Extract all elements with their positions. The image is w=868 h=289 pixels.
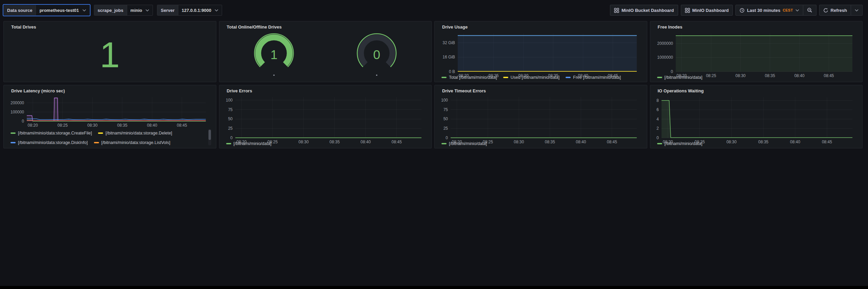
offline-drives-gauge: 0 bbox=[325, 31, 428, 80]
svg-text:08:40: 08:40 bbox=[147, 123, 157, 128]
chevron-down-icon bbox=[855, 9, 859, 12]
svg-text:08:45: 08:45 bbox=[822, 140, 832, 144]
panel-title[interactable]: IO Operations Waiting bbox=[654, 87, 859, 95]
svg-text:08:25: 08:25 bbox=[267, 140, 277, 144]
panel-title[interactable]: Free Inodes bbox=[654, 23, 859, 31]
svg-text:100000: 100000 bbox=[11, 110, 24, 114]
svg-text:100: 100 bbox=[225, 98, 232, 103]
zoom-out-icon bbox=[807, 7, 812, 13]
svg-text:08:45: 08:45 bbox=[607, 140, 617, 144]
svg-text:08:40: 08:40 bbox=[578, 73, 588, 78]
variable-server: Server 127.0.0.1:9000 bbox=[157, 5, 222, 16]
svg-text:08:40: 08:40 bbox=[360, 140, 371, 144]
panel-drive-timeout-errors: Drive Timeout Errors 08:2008:2508:3008:3… bbox=[434, 85, 647, 148]
panel-title[interactable]: Total Drives bbox=[7, 23, 213, 31]
free-inodes-chart[interactable]: 08:2008:2508:3008:3508:4008:450100000020… bbox=[654, 31, 859, 74]
time-range-picker[interactable]: Last 30 minutes CEST bbox=[735, 5, 803, 16]
svg-text:25: 25 bbox=[443, 126, 448, 131]
svg-text:16 GiB: 16 GiB bbox=[442, 55, 455, 59]
server-select[interactable]: 127.0.0.1:9000 bbox=[178, 5, 222, 15]
chevron-down-icon bbox=[215, 9, 218, 12]
svg-text:08:40: 08:40 bbox=[790, 140, 800, 144]
svg-text:08:45: 08:45 bbox=[824, 73, 834, 78]
svg-text:08:25: 08:25 bbox=[706, 73, 716, 78]
time-range-label: Last 30 minutes bbox=[747, 8, 780, 13]
svg-text:08:35: 08:35 bbox=[329, 140, 339, 144]
legend-series-label: [/bitnami/minio/data:storage.Delete] bbox=[105, 131, 172, 136]
svg-text:08:30: 08:30 bbox=[518, 73, 529, 78]
variable-data-source: Data source prometheus-test01 bbox=[3, 5, 90, 16]
drive-errors-chart[interactable]: 08:2008:2508:3008:3508:4008:450255075100 bbox=[223, 95, 428, 140]
refresh-interval-dropdown[interactable] bbox=[851, 5, 863, 16]
svg-text:08:20: 08:20 bbox=[236, 140, 246, 144]
io-operations-waiting-chart[interactable]: 08:2008:2508:3008:3508:4008:4502468 bbox=[654, 95, 859, 140]
svg-text:2000000: 2000000 bbox=[657, 41, 673, 46]
svg-text:08:35: 08:35 bbox=[545, 140, 555, 144]
svg-text:0: 0 bbox=[671, 69, 673, 74]
svg-text:0: 0 bbox=[656, 136, 659, 140]
drive-timeout-errors-chart[interactable]: 08:2008:2508:3008:3508:4008:450255075100 bbox=[438, 95, 644, 140]
svg-text:08:30: 08:30 bbox=[735, 73, 746, 78]
legend-series-label: [/bitnami/minio/data:storage.DiskInfo] bbox=[18, 140, 88, 145]
chevron-down-icon bbox=[82, 9, 86, 12]
minio-dashboard-link[interactable]: MinIO Dashboard bbox=[681, 5, 733, 16]
legend-item[interactable]: [/bitnami/minio/data:storage.CreateFile] bbox=[11, 129, 92, 137]
svg-text:08:40: 08:40 bbox=[794, 73, 804, 78]
svg-text:08:35: 08:35 bbox=[117, 123, 127, 128]
svg-text:08:20: 08:20 bbox=[452, 140, 462, 144]
svg-text:1: 1 bbox=[270, 48, 277, 62]
data-source-select[interactable]: prometheus-test01 bbox=[36, 5, 89, 15]
svg-text:08:40: 08:40 bbox=[576, 140, 586, 144]
toolbar-actions: MinIO Bucket Dashboard MinIO Dashboard L… bbox=[610, 5, 863, 16]
apps-icon bbox=[614, 8, 619, 13]
legend-item[interactable]: [/bitnami/minio/data:storage.ListVols] bbox=[94, 139, 171, 146]
legend-item[interactable]: [/bitnami/minio/data:storage.Delete] bbox=[98, 129, 172, 137]
svg-text:08:20: 08:20 bbox=[28, 123, 38, 128]
panel-title[interactable]: Total Online/Offline Drives bbox=[223, 23, 428, 31]
legend-series-label: [/bitnami/minio/data:storage.ListVols] bbox=[101, 140, 171, 145]
refresh-button[interactable]: Refresh bbox=[819, 5, 851, 16]
template-variables: Data source prometheus-test01 scrape_job… bbox=[3, 5, 222, 16]
svg-text:08:45: 08:45 bbox=[391, 140, 401, 144]
panel-title[interactable]: Drive Errors bbox=[223, 87, 428, 95]
drive-latency-legend: [/bitnami/minio/data:storage.CreateFile]… bbox=[7, 128, 213, 146]
variable-scrape-jobs: scrape_jobs minio bbox=[94, 5, 153, 16]
minio-bucket-dashboard-link[interactable]: MinIO Bucket Dashboard bbox=[610, 5, 678, 16]
chevron-down-icon bbox=[145, 9, 149, 12]
svg-text:2: 2 bbox=[656, 126, 659, 131]
panel-online-offline-drives: Total Online/Offline Drives 1 0 bbox=[219, 21, 432, 82]
online-drives-gauge: 1 bbox=[223, 31, 326, 80]
svg-text:32 GiB: 32 GiB bbox=[442, 40, 455, 45]
total-drives-value: 1 bbox=[7, 31, 213, 80]
panel-drive-latency: Drive Latency (micro sec) 08:2008:2508:3… bbox=[3, 85, 216, 148]
legend-scrollbar bbox=[208, 129, 211, 145]
svg-text:25: 25 bbox=[228, 126, 233, 131]
drive-usage-chart[interactable]: 08:2008:2508:3008:3508:4008:450 B16 GiB3… bbox=[438, 31, 644, 74]
svg-text:08:35: 08:35 bbox=[765, 73, 775, 78]
svg-text:100: 100 bbox=[441, 98, 448, 103]
svg-text:08:20: 08:20 bbox=[676, 73, 687, 78]
bottom-edge-strip bbox=[0, 286, 868, 289]
svg-text:08:25: 08:25 bbox=[58, 123, 68, 128]
drive-latency-chart[interactable]: 08:2008:2508:3008:3508:4008:450100000200… bbox=[7, 95, 213, 128]
panel-free-inodes: Free Inodes 08:2008:2508:3008:3508:4008:… bbox=[650, 21, 863, 82]
panel-title[interactable]: Drive Usage bbox=[438, 23, 644, 31]
panel-title[interactable]: Drive Latency (micro sec) bbox=[7, 87, 213, 95]
svg-text:0: 0 bbox=[22, 119, 24, 124]
scrape-jobs-select[interactable]: minio bbox=[127, 5, 153, 15]
legend-item[interactable]: [/bitnami/minio/data:storage.DiskInfo] bbox=[11, 139, 88, 146]
time-zoom-out-button[interactable] bbox=[803, 5, 816, 16]
svg-text:08:25: 08:25 bbox=[694, 140, 705, 144]
legend-series-swatch bbox=[11, 132, 16, 134]
panel-title[interactable]: Drive Timeout Errors bbox=[438, 87, 644, 95]
svg-text:08:20: 08:20 bbox=[459, 73, 469, 78]
legend-series-label: [/bitnami/minio/data:storage.CreateFile] bbox=[18, 131, 92, 136]
svg-text:08:25: 08:25 bbox=[483, 140, 493, 144]
svg-text:50: 50 bbox=[228, 116, 233, 121]
variable-label: Server bbox=[157, 5, 178, 15]
svg-text:08:30: 08:30 bbox=[726, 140, 736, 144]
svg-text:08:25: 08:25 bbox=[489, 73, 499, 78]
legend-scrollbar-thumb[interactable] bbox=[209, 130, 211, 140]
svg-text:0: 0 bbox=[446, 136, 448, 140]
svg-text:08:30: 08:30 bbox=[514, 140, 524, 144]
